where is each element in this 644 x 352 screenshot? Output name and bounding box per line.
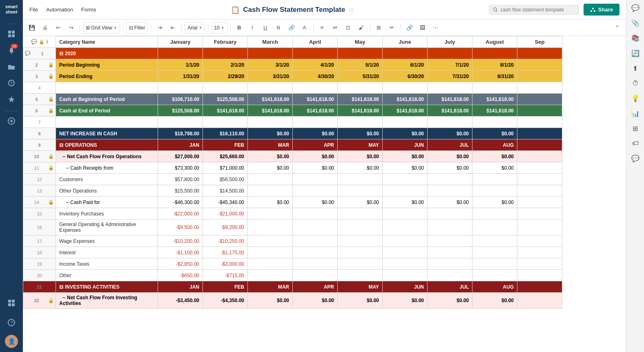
data-cell[interactable]: 8/1/20 (472, 59, 517, 71)
collapse-button[interactable]: ⌃ (611, 22, 623, 34)
data-cell[interactable]: $0.00 (472, 197, 517, 208)
data-cell[interactable]: $0.00 (293, 151, 338, 162)
data-cell[interactable]: -$1,175.00 (203, 247, 248, 258)
data-cell[interactable]: -$21,000.00 (203, 208, 248, 220)
data-cell[interactable]: APR (293, 281, 338, 293)
data-cell[interactable]: -$45,340.00 (203, 197, 248, 208)
data-cell[interactable] (472, 208, 517, 220)
data-cell[interactable]: $141,618.00 (293, 105, 338, 117)
data-cell[interactable]: 1/31/20 (158, 71, 203, 82)
hyperlink-button[interactable]: 🔗 (404, 22, 415, 34)
data-cell[interactable]: $0.00 (428, 151, 472, 162)
data-cell[interactable] (248, 117, 293, 128)
text-color-button[interactable]: A (299, 22, 310, 34)
data-cell[interactable] (248, 220, 293, 235)
data-cell[interactable] (517, 258, 562, 270)
data-cell[interactable] (517, 270, 562, 281)
data-cell[interactable] (248, 174, 293, 185)
data-cell[interactable]: $141,618.00 (383, 94, 428, 105)
data-cell[interactable] (428, 247, 472, 258)
data-cell[interactable] (428, 208, 472, 220)
right-comment-icon[interactable]: 💬 (631, 155, 640, 162)
data-cell[interactable]: $0.00 (472, 162, 517, 174)
data-cell[interactable] (293, 220, 338, 235)
data-cell[interactable]: MAR (248, 139, 293, 151)
search-box[interactable] (489, 5, 579, 15)
data-cell[interactable]: $0.00 (383, 128, 428, 139)
data-cell[interactable] (428, 185, 472, 197)
data-cell[interactable]: $0.00 (248, 197, 293, 208)
data-cell[interactable] (383, 48, 428, 59)
data-cell[interactable] (203, 48, 248, 59)
category-cell[interactable]: Interest (56, 247, 158, 258)
data-cell[interactable]: 7/31/20 (428, 71, 472, 82)
data-cell[interactable]: $14,500.00 (203, 185, 248, 197)
data-cell[interactable]: $0.00 (248, 293, 293, 309)
data-cell[interactable] (338, 220, 383, 235)
data-cell[interactable]: -$22,000.00 (158, 208, 203, 220)
data-cell[interactable]: -$1,100.00 (158, 247, 203, 258)
share-button[interactable]: Share (584, 4, 619, 16)
data-cell[interactable]: -$4,350.00 (203, 293, 248, 309)
data-cell[interactable]: $0.00 (293, 128, 338, 139)
data-cell[interactable]: 5/1/20 (338, 59, 383, 71)
category-cell[interactable]: Cash at End of Period (56, 105, 158, 117)
data-cell[interactable] (338, 174, 383, 185)
data-cell[interactable]: $0.00 (383, 197, 428, 208)
data-cell[interactable]: -$2,850.00 (158, 258, 203, 270)
data-cell[interactable] (472, 247, 517, 258)
data-cell[interactable]: 6/30/20 (383, 71, 428, 82)
wrap-button[interactable]: ⇌ (330, 22, 341, 34)
category-cell[interactable]: ⊟INVESTING ACTIVITIES (56, 281, 158, 293)
data-cell[interactable]: -$650.00 (158, 270, 203, 281)
data-cell[interactable] (383, 247, 428, 258)
data-cell[interactable]: $141,618.00 (338, 105, 383, 117)
data-cell[interactable]: $27,000.00 (158, 151, 203, 162)
menu-forms[interactable]: Forms (81, 7, 96, 13)
outdent-button[interactable]: ⇤ (167, 22, 178, 34)
data-cell[interactable] (293, 258, 338, 270)
data-cell[interactable]: $0.00 (383, 293, 428, 309)
data-cell[interactable] (472, 220, 517, 235)
data-cell[interactable]: $141,618.00 (248, 105, 293, 117)
data-cell[interactable]: -$3,000.00 (203, 258, 248, 270)
data-cell[interactable] (293, 82, 338, 94)
data-cell[interactable]: $141,618.00 (472, 105, 517, 117)
size-dropdown[interactable]: 10 ▼ (211, 22, 227, 34)
nav-home-icon[interactable] (4, 27, 19, 41)
category-cell[interactable]: −Net Cash Flow From Operations (56, 151, 158, 162)
data-cell[interactable]: $0.00 (293, 293, 338, 309)
data-cell[interactable] (428, 220, 472, 235)
nav-bell-icon[interactable]: 29 (4, 43, 19, 58)
data-cell[interactable]: $125,508.00 (203, 94, 248, 105)
data-cell[interactable]: 7/1/20 (428, 59, 472, 71)
data-cell[interactable]: MAY (338, 281, 383, 293)
data-cell[interactable] (158, 48, 203, 59)
data-cell[interactable]: 6/1/20 (383, 59, 428, 71)
data-cell[interactable] (517, 151, 562, 162)
category-cell[interactable]: General Operating & Administrative Expen… (56, 220, 158, 235)
data-cell[interactable]: $0.00 (293, 197, 338, 208)
data-cell[interactable] (428, 48, 472, 59)
right-clock-icon[interactable]: ⏱ (632, 80, 639, 87)
data-cell[interactable]: $0.00 (338, 197, 383, 208)
data-cell[interactable] (248, 208, 293, 220)
data-cell[interactable] (517, 71, 562, 82)
search-input[interactable] (501, 7, 566, 13)
data-cell[interactable] (517, 281, 562, 293)
data-cell[interactable]: JUL (428, 139, 472, 151)
data-cell[interactable] (517, 105, 562, 117)
data-cell[interactable]: $18,798.00 (158, 128, 203, 139)
data-cell[interactable] (517, 162, 562, 174)
right-bulb-icon[interactable]: 💡 (631, 94, 640, 102)
data-cell[interactable] (472, 117, 517, 128)
data-cell[interactable]: 5/31/20 (338, 71, 383, 82)
data-cell[interactable]: $0.00 (472, 151, 517, 162)
data-cell[interactable] (338, 117, 383, 128)
nav-add-icon[interactable] (4, 114, 19, 128)
category-cell[interactable] (56, 82, 158, 94)
data-cell[interactable]: AUG (472, 139, 517, 151)
data-cell[interactable] (517, 185, 562, 197)
nav-star-icon[interactable] (4, 92, 19, 107)
data-cell[interactable]: $57,800.00 (158, 174, 203, 185)
